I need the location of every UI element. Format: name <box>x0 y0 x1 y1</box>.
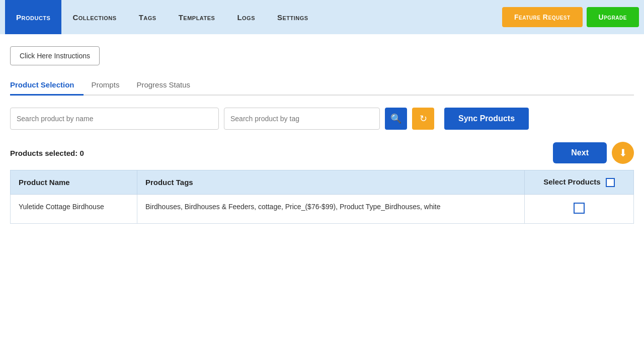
tab-product-selection[interactable]: Product Selection <box>10 75 84 96</box>
product-table: Product Name Product Tags Select Product… <box>10 170 634 224</box>
body-area: Click Here Instructions Product Selectio… <box>0 34 644 224</box>
table-row: Yuletide Cottage Birdhouse Birdhouses, B… <box>11 195 634 224</box>
search-icon: 🔍 <box>390 113 401 124</box>
scroll-down-button[interactable]: ⬇ <box>612 142 634 164</box>
select-product-checkbox[interactable] <box>574 203 585 214</box>
nav-bar: Products Collections Tags Templates Logs… <box>0 0 644 34</box>
instructions-button[interactable]: Click Here Instructions <box>10 46 100 65</box>
sync-products-button[interactable]: Sync Products <box>444 108 529 130</box>
refresh-icon: ↻ <box>420 113 427 124</box>
select-all-checkbox[interactable] <box>606 178 615 187</box>
refresh-button[interactable]: ↻ <box>412 108 434 130</box>
search-button[interactable]: 🔍 <box>385 108 407 130</box>
chevron-down-icon: ⬇ <box>619 147 627 159</box>
nav-logs[interactable]: Logs <box>226 0 266 34</box>
nav-templates[interactable]: Templates <box>168 0 226 34</box>
table-header-row: Product Name Product Tags Select Product… <box>11 170 634 195</box>
tab-progress-status[interactable]: Progress Status <box>136 75 199 96</box>
nav-collections[interactable]: Collections <box>61 0 127 34</box>
select-product-cell <box>525 195 634 224</box>
search-name-input[interactable] <box>10 108 219 130</box>
feature-request-button[interactable]: Feature Request <box>502 7 583 27</box>
upgrade-button[interactable]: Upgrade <box>587 7 639 27</box>
search-tag-input[interactable] <box>224 108 380 130</box>
tab-prompts[interactable]: Prompts <box>92 75 129 96</box>
product-name-cell: Yuletide Cottage Birdhouse <box>11 195 137 224</box>
nav-tags[interactable]: Tags <box>128 0 168 34</box>
actions-right: Next ⬇ <box>553 142 634 164</box>
col-product-name: Product Name <box>11 170 137 195</box>
col-product-tags: Product Tags <box>137 170 524 195</box>
col-select-products: Select Products <box>525 170 634 195</box>
tabs: Product Selection Prompts Progress Statu… <box>10 75 634 96</box>
nav-settings[interactable]: Settings <box>266 0 319 34</box>
search-area: 🔍 ↻ Sync Products <box>10 108 634 130</box>
product-tags-cell: Birdhouses, Birdhouses & Feeders, cottag… <box>137 195 524 224</box>
products-selected-row: Products selected: 0 Next ⬇ <box>10 142 634 164</box>
nav-products[interactable]: Products <box>5 0 61 34</box>
next-button[interactable]: Next <box>553 142 607 163</box>
products-selected-label: Products selected: 0 <box>10 149 84 157</box>
